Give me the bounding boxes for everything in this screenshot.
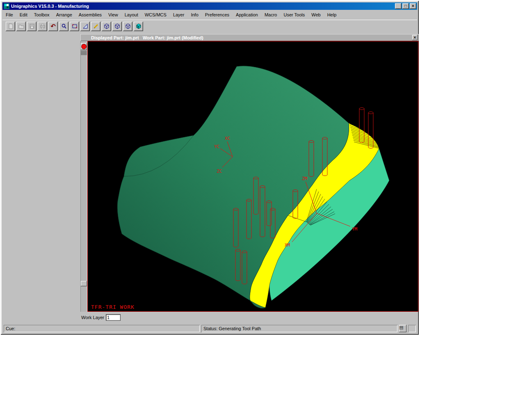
axis-label-zc: ZC <box>217 169 222 174</box>
menu-arrange[interactable]: Arrange <box>53 11 75 18</box>
axis-label-xm: XM <box>285 242 290 248</box>
toolbar: ↶ <box>2 20 417 32</box>
graphics-window-title: Displayed Part: jim.prt Work Part: jim.p… <box>91 35 412 40</box>
undo-icon: ↶ <box>50 23 56 30</box>
unigraphics-window: Unigraphics V15.0.3 - Manufacturing _ □ … <box>1 1 419 335</box>
cube-wireframe-icon <box>125 23 131 29</box>
status-log-button[interactable]: ▤ <box>399 325 406 332</box>
cad-scene: XC YC ZC ZM YM XM <box>88 41 418 311</box>
work-layer-label: Work Layer <box>81 315 104 320</box>
menu-view[interactable]: View <box>105 11 121 18</box>
graphics-window-header[interactable]: Displayed Part: jim.prt Work Part: jim.p… <box>80 34 419 41</box>
scrollbar-thumb[interactable] <box>81 281 87 286</box>
open-part-button[interactable] <box>16 22 26 31</box>
print-button[interactable] <box>38 22 47 31</box>
cue-text: Cue: <box>6 326 15 331</box>
menu-bar: File Edit Toolbox Arrange Assemblies Vie… <box>2 11 417 19</box>
drafting-button[interactable] <box>80 22 90 31</box>
graphics-viewport[interactable]: XC YC ZC ZM YM XM TFR-TRI WORK <box>87 41 418 312</box>
app-icon <box>4 3 9 9</box>
fit-window-icon <box>72 23 78 29</box>
menu-wcs-mcs[interactable]: WCS/MCS <box>142 11 170 18</box>
cue-panel: Cue: <box>4 325 200 332</box>
menu-toolbox[interactable]: Toolbox <box>31 11 53 18</box>
new-part-button[interactable] <box>6 22 15 31</box>
menu-application[interactable]: Application <box>233 11 261 18</box>
triangle-ruler-icon <box>82 23 88 29</box>
view-rotate-button[interactable] <box>81 43 87 50</box>
pencil-icon <box>93 23 99 29</box>
menu-assemblies[interactable]: Assemblies <box>75 11 105 18</box>
zoom-view-button[interactable] <box>59 22 68 31</box>
maximize-button[interactable]: □ <box>402 3 409 9</box>
open-folder-icon <box>18 23 24 29</box>
axis-label-xc: XC <box>225 136 230 141</box>
title-bar[interactable]: Unigraphics V15.0.3 - Manufacturing _ □ … <box>2 2 417 10</box>
menu-preferences[interactable]: Preferences <box>202 11 233 18</box>
menu-web[interactable]: Web <box>308 11 324 18</box>
view-cube-wireframe-1-button[interactable] <box>102 22 111 31</box>
cube-wireframe-icon <box>104 23 110 29</box>
view-cube-wireframe-2-button[interactable] <box>112 22 122 31</box>
save-disk-icon <box>29 23 35 29</box>
view-cube-wireframe-3-button[interactable] <box>123 22 132 31</box>
fit-view-button[interactable] <box>70 22 79 31</box>
close-button[interactable]: × <box>410 3 416 9</box>
view-annotation: TFR-TRI WORK <box>91 304 135 310</box>
new-document-icon <box>8 23 14 29</box>
work-layer-row: Work Layer <box>81 314 120 321</box>
axis-label-yc: YC <box>214 144 219 149</box>
red-dot-icon <box>81 44 87 49</box>
status-spacer-panel <box>408 325 416 332</box>
menu-user-tools[interactable]: User Tools <box>280 11 308 18</box>
menu-file[interactable]: File <box>2 11 16 18</box>
menu-info[interactable]: Info <box>187 11 201 18</box>
work-layer-input[interactable] <box>106 315 120 320</box>
menu-help[interactable]: Help <box>324 11 340 18</box>
graphics-window-close-button[interactable]: × <box>412 35 418 40</box>
window-title: Unigraphics V15.0.3 - Manufacturing <box>11 4 394 9</box>
undo-button[interactable]: ↶ <box>48 22 58 31</box>
menu-macro[interactable]: Macro <box>261 11 281 18</box>
printer-icon <box>40 23 46 29</box>
status-text: Status: Generating Tool Path <box>203 326 261 331</box>
menu-edit[interactable]: Edit <box>16 11 31 18</box>
menu-layer[interactable]: Layer <box>170 11 188 18</box>
graphics-scrollbar[interactable] <box>80 41 87 312</box>
axis-label-zm: ZM <box>302 176 308 181</box>
status-bar: Cue: Status: Generating Tool Path ▤ <box>2 324 417 333</box>
scrollbar-hatch <box>81 51 87 55</box>
axis-label-ym: YM <box>352 226 358 232</box>
menu-layout[interactable]: Layout <box>121 11 142 18</box>
status-panel: Status: Generating Tool Path <box>201 325 397 332</box>
scroll-icon: ▤ <box>399 325 403 330</box>
view-cube-shaded-button[interactable] <box>134 22 143 31</box>
sketch-button[interactable] <box>91 22 100 31</box>
cube-wireframe-icon <box>114 23 120 29</box>
minimize-button[interactable]: _ <box>395 3 402 9</box>
save-part-button[interactable] <box>27 22 37 31</box>
magnifier-icon <box>61 23 67 29</box>
cube-shaded-icon <box>136 23 142 29</box>
